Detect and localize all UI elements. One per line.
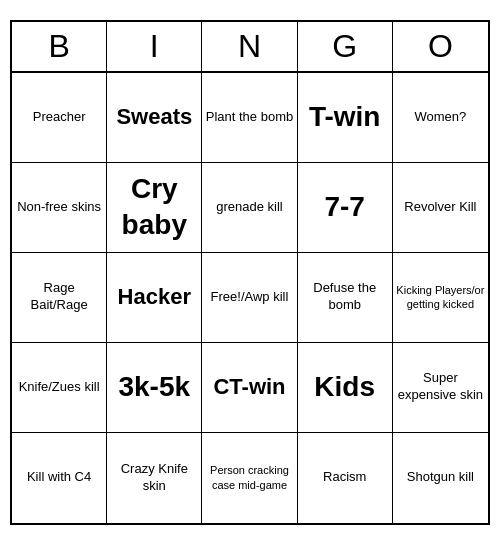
bingo-cell-16: 3k-5k	[107, 343, 202, 433]
bingo-cell-23: Racism	[298, 433, 393, 523]
bingo-cell-1: Sweats	[107, 73, 202, 163]
bingo-cell-18: Kids	[298, 343, 393, 433]
bingo-cell-8: 7-7	[298, 163, 393, 253]
bingo-cell-3: T-win	[298, 73, 393, 163]
bingo-header: BINGO	[12, 22, 488, 73]
bingo-board: BINGO PreacherSweatsPlant the bombT-winW…	[10, 20, 490, 525]
header-letter-G: G	[298, 22, 393, 71]
bingo-cell-10: Rage Bait/Rage	[12, 253, 107, 343]
header-letter-N: N	[202, 22, 297, 71]
bingo-cell-5: Non-free skins	[12, 163, 107, 253]
header-letter-I: I	[107, 22, 202, 71]
bingo-cell-22: Person cracking case mid-game	[202, 433, 297, 523]
bingo-cell-7: grenade kill	[202, 163, 297, 253]
bingo-cell-2: Plant the bomb	[202, 73, 297, 163]
bingo-cell-11: Hacker	[107, 253, 202, 343]
bingo-cell-19: Super expensive skin	[393, 343, 488, 433]
bingo-cell-20: Kill with C4	[12, 433, 107, 523]
bingo-cell-13: Defuse the bomb	[298, 253, 393, 343]
bingo-cell-12: Free!/Awp kill	[202, 253, 297, 343]
header-letter-O: O	[393, 22, 488, 71]
bingo-cell-6: Cry baby	[107, 163, 202, 253]
bingo-grid: PreacherSweatsPlant the bombT-winWomen?N…	[12, 73, 488, 523]
bingo-cell-24: Shotgun kill	[393, 433, 488, 523]
bingo-cell-0: Preacher	[12, 73, 107, 163]
bingo-cell-9: Revolver Kill	[393, 163, 488, 253]
header-letter-B: B	[12, 22, 107, 71]
bingo-cell-21: Crazy Knife skin	[107, 433, 202, 523]
bingo-cell-14: Kicking Players/or getting kicked	[393, 253, 488, 343]
bingo-cell-4: Women?	[393, 73, 488, 163]
bingo-cell-15: Knife/Zues kill	[12, 343, 107, 433]
bingo-cell-17: CT-win	[202, 343, 297, 433]
